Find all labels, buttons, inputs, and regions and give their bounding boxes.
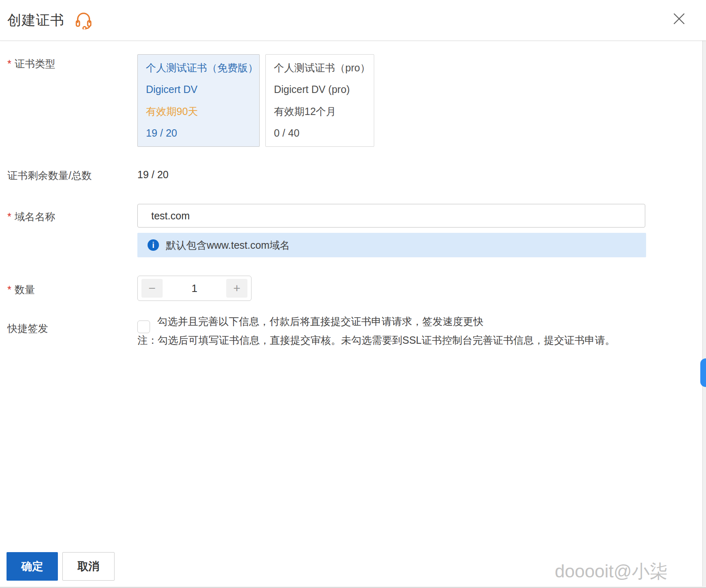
cert-card-pro[interactable]: 个人测试证书（pro） Digicert DV (pro) 有效期12个月 0 … — [265, 54, 374, 147]
quick-issue-text: 勾选并且完善以下信息，付款后将直接提交证书申请请求，签发速度更快 — [157, 315, 483, 328]
quick-issue-note: 注：勾选后可填写证书信息，直接提交审核。未勾选需要到SSL证书控制台完善证书信息… — [137, 334, 615, 347]
domain-input[interactable] — [137, 204, 645, 228]
cert-card-quota: 0 / 40 — [274, 128, 366, 139]
domain-hint-banner: i 默认包含www.test.com域名 — [137, 233, 646, 257]
create-certificate-dialog: 创建证书 *证书类型 个人测试证书（免费版） Digicert DV 有效期90… — [0, 0, 706, 588]
required-mark: * — [7, 58, 11, 69]
cert-card-name: 个人测试证书（免费版） — [146, 62, 251, 73]
watermark: dooooit@小柒 — [555, 559, 668, 584]
confirm-button[interactable]: 确定 — [7, 552, 58, 581]
domain-label: *域名名称 — [7, 210, 55, 223]
remaining-value: 19 / 20 — [137, 169, 168, 181]
dialog-bottom-edge — [0, 586, 706, 588]
quick-issue-checkbox[interactable] — [137, 321, 150, 333]
info-icon: i — [148, 239, 159, 251]
cert-card-brand: Digicert DV (pro) — [274, 84, 366, 95]
remaining-label: 证书剩余数量/总数 — [7, 169, 92, 182]
quantity-value[interactable]: 1 — [192, 282, 197, 295]
cert-type-label: *证书类型 — [7, 57, 55, 71]
quantity-stepper: − 1 + — [137, 276, 252, 301]
dialog-title: 创建证书 — [7, 11, 64, 30]
domain-hint-text: 默认包含www.test.com域名 — [166, 239, 290, 252]
quantity-label: *数量 — [7, 283, 35, 296]
cert-card-brand: Digicert DV — [146, 84, 251, 95]
side-scroll-handle[interactable] — [700, 358, 706, 387]
cert-card-validity: 有效期90天 — [146, 106, 251, 117]
headset-icon[interactable] — [74, 11, 93, 29]
plus-icon[interactable]: + — [226, 279, 247, 298]
cancel-button[interactable]: 取消 — [62, 552, 115, 581]
quick-issue-label: 快捷签发 — [7, 322, 48, 335]
page-edge-strip — [702, 36, 706, 588]
cert-card-free[interactable]: 个人测试证书（免费版） Digicert DV 有效期90天 19 / 20 — [137, 54, 260, 147]
minus-icon[interactable]: − — [141, 279, 163, 298]
required-mark: * — [7, 211, 11, 222]
cert-type-options: 个人测试证书（免费版） Digicert DV 有效期90天 19 / 20 个… — [137, 54, 374, 147]
required-mark: * — [7, 284, 11, 295]
cert-card-name: 个人测试证书（pro） — [274, 62, 366, 73]
dialog-header: 创建证书 — [0, 0, 706, 41]
close-icon[interactable] — [671, 11, 687, 27]
cert-card-quota: 19 / 20 — [146, 128, 251, 139]
cert-card-validity: 有效期12个月 — [274, 106, 366, 117]
